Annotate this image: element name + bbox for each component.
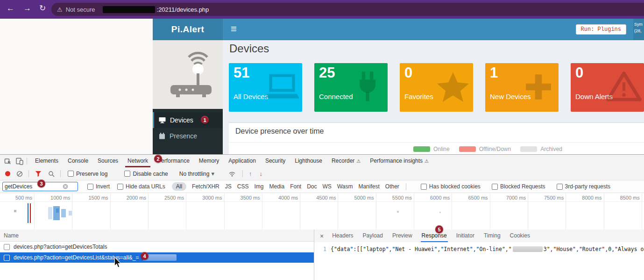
calendar-icon: [159, 133, 165, 139]
clear-input-icon[interactable]: [63, 184, 68, 189]
stat-card-new-devices[interactable]: 1New Devices: [485, 63, 559, 112]
stat-card-favorites[interactable]: 0Favorites: [400, 63, 473, 112]
checkbox-icon[interactable]: [492, 184, 498, 190]
filter-type-img[interactable]: Img: [254, 183, 263, 190]
filter-type-manifest[interactable]: Manifest: [358, 183, 379, 190]
filter-type-js[interactable]: JS: [225, 183, 232, 190]
response-tab-headers[interactable]: Headers: [327, 230, 358, 242]
throttling-select[interactable]: No throttling ▾: [179, 170, 214, 177]
network-activity-mark: [439, 212, 441, 213]
request-row-selected[interactable]: devices.php?action=getDevicesList&status…: [0, 252, 314, 263]
network-toolbar: Preserve log Disable cache No throttling…: [0, 167, 644, 180]
timeline-tick-label: 6500 ms: [463, 195, 488, 201]
hide-data-urls-checkbox[interactable]: Hide data URLs: [117, 183, 165, 190]
checkbox-icon[interactable]: [557, 184, 563, 190]
devtools-tab-performance-insights[interactable]: Performance insights⚠: [365, 155, 433, 167]
clear-icon[interactable]: [16, 171, 23, 177]
timeline-tick-label: 2000 ms: [121, 195, 146, 201]
filter-type-other[interactable]: Other: [385, 183, 399, 190]
request-list-header[interactable]: Name: [0, 230, 314, 242]
filter-3rd-party-requests[interactable]: 3rd-party requests: [557, 183, 610, 190]
checkbox-icon[interactable]: [4, 255, 10, 261]
app-logo[interactable]: Pi.Alert: [153, 19, 223, 40]
devtools-tabs: ElementsConsoleSourcesNetworkPerformance…: [30, 155, 433, 167]
timeline-tick-label: 4500 ms: [311, 195, 336, 201]
devtools-tab-lighthouse[interactable]: Lighthouse: [290, 155, 327, 167]
response-tab-timing[interactable]: Timing: [479, 230, 505, 242]
divider: [406, 183, 406, 190]
filter-has-blocked-cookies[interactable]: Has blocked cookies: [421, 183, 481, 190]
filter-type-wasm[interactable]: Wasm: [337, 183, 353, 190]
disable-cache-checkbox[interactable]: Disable cache: [124, 171, 168, 177]
user-menu[interactable]: Sym (28,: [633, 19, 644, 43]
sidebar-item-presence[interactable]: Presence: [153, 128, 223, 144]
sidebar-item-devices[interactable]: Devices: [153, 112, 223, 128]
network-conditions-icon[interactable]: [228, 171, 236, 177]
search-icon[interactable]: [48, 171, 55, 177]
preserve-log-checkbox[interactable]: Preserve log: [68, 171, 107, 177]
timeline-gridline: [262, 193, 262, 230]
filter-type-font[interactable]: Font: [290, 183, 301, 190]
filter-type-fetch-xhr[interactable]: Fetch/XHR: [192, 183, 219, 190]
checkbox-icon[interactable]: [68, 171, 74, 177]
checkbox-icon[interactable]: [124, 171, 130, 177]
network-activity-mark: [397, 211, 399, 213]
checkbox-icon[interactable]: [421, 184, 427, 190]
response-tab-payload[interactable]: Payload: [358, 230, 388, 242]
device-toolbar-icon[interactable]: [16, 158, 23, 165]
filter-blocked-requests[interactable]: Blocked Requests: [492, 183, 545, 190]
stat-card-all-devices[interactable]: 51All Devices: [229, 63, 302, 112]
devtools-tab-elements[interactable]: Elements: [30, 155, 63, 167]
timeline-tick-label: 6000 ms: [425, 195, 450, 201]
response-text-after: 3","House","Router",0,"Always on': [544, 246, 644, 252]
response-tab-preview[interactable]: Preview: [388, 230, 417, 242]
address-bar[interactable]: ⚠ Not secure :20211/devices.php: [51, 3, 644, 16]
plug-icon: [349, 69, 386, 105]
response-tab-initiator[interactable]: Initiator: [452, 230, 479, 242]
checkbox-icon[interactable]: [117, 184, 123, 190]
download-har-icon[interactable]: ↓: [259, 170, 262, 177]
response-tab-cookies[interactable]: Cookies: [505, 230, 535, 242]
timeline-tick-label: 7000 ms: [501, 195, 526, 201]
chevron-down-icon: ▾: [211, 170, 214, 177]
back-icon[interactable]: ←: [7, 4, 14, 12]
filter-type-media[interactable]: Media: [269, 183, 284, 190]
network-overview-timeline[interactable]: 500 ms1000 ms1500 ms2000 ms2500 ms3000 m…: [0, 193, 644, 230]
stat-value: 25: [319, 65, 335, 81]
page-background: [0, 19, 153, 154]
devtools-tab-network[interactable]: Network: [123, 155, 153, 167]
upload-har-icon[interactable]: ↑: [249, 170, 252, 177]
response-tab-response[interactable]: Response: [417, 230, 452, 242]
close-icon[interactable]: ×: [320, 232, 324, 240]
devtools-tab-sources[interactable]: Sources: [93, 155, 123, 167]
filter-type-all[interactable]: All: [172, 182, 186, 191]
timeline-gridline: [148, 193, 149, 230]
forward-icon[interactable]: →: [23, 4, 31, 12]
checkbox-icon[interactable]: [4, 244, 10, 250]
run-plugins-button[interactable]: Run: Plugins: [576, 24, 626, 35]
filter-icon[interactable]: [35, 171, 42, 177]
inspect-element-icon[interactable]: [4, 158, 12, 165]
hamburger-icon[interactable]: ≡: [231, 23, 237, 35]
checkbox-icon[interactable]: [87, 184, 93, 190]
filter-type-ws[interactable]: WS: [323, 183, 332, 190]
main-content: Devices 51All Devices25Connected0Favorit…: [223, 40, 644, 154]
record-icon[interactable]: [5, 171, 10, 176]
invert-checkbox[interactable]: Invert: [87, 183, 110, 190]
devtools-tab-console[interactable]: Console: [63, 155, 93, 167]
request-row[interactable]: devices.php?action=getDevicesTotals: [0, 242, 314, 252]
filter-type-css[interactable]: CSS: [237, 183, 249, 190]
devtools-tab-security[interactable]: Security: [261, 155, 290, 167]
devtools-tab-memory[interactable]: Memory: [194, 155, 224, 167]
stat-card-connected[interactable]: 25Connected: [314, 63, 388, 112]
filter-type-doc[interactable]: Doc: [307, 183, 317, 190]
response-line: 1 {"data":[["laptop","Net - Huawei","Int…: [314, 246, 644, 252]
reload-icon[interactable]: ↻: [39, 4, 46, 12]
network-activity-mark: [56, 208, 59, 213]
stat-card-down-alerts[interactable]: 0Down Alerts: [571, 63, 644, 112]
filter-input[interactable]: [5, 183, 63, 190]
devtools-tab-recorder[interactable]: Recorder⚠: [327, 155, 365, 167]
response-viewer[interactable]: 1 {"data":[["laptop","Net - Huawei","Int…: [314, 242, 644, 280]
step-badge-5: 5: [435, 225, 443, 233]
devtools-tab-application[interactable]: Application: [224, 155, 261, 167]
